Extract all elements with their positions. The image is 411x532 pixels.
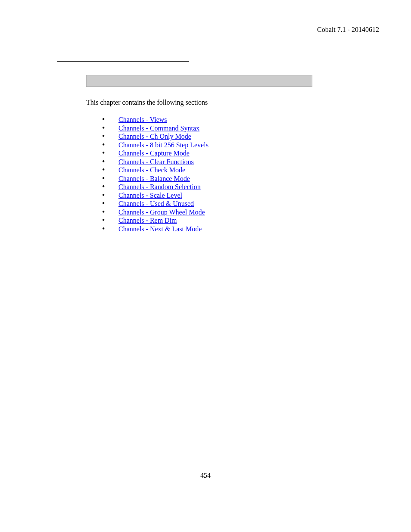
link-channels-ch-only-mode[interactable]: Channels - Ch Only Mode	[118, 133, 191, 140]
list-item: Channels - Views	[102, 115, 209, 124]
link-channels-check-mode[interactable]: Channels - Check Mode	[118, 166, 185, 174]
link-channels-random-selection[interactable]: Channels - Random Selection	[118, 183, 201, 190]
list-item: Channels - Scale Level	[102, 191, 209, 200]
intro-text: This chapter contains the following sect…	[86, 99, 208, 106]
list-item: Channels - 8 bit 256 Step Levels	[102, 141, 209, 149]
list-item: Channels - Ch Only Mode	[102, 132, 209, 141]
list-item: Channels - Check Mode	[102, 166, 209, 174]
list-item: Channels - Next & Last Mode	[102, 225, 209, 233]
link-channels-8-bit-levels[interactable]: Channels - 8 bit 256 Step Levels	[118, 141, 209, 149]
contents-list: Channels - Views Channels - Command Synt…	[102, 115, 209, 233]
link-channels-balance-mode[interactable]: Channels - Balance Mode	[118, 175, 190, 182]
list-item: Channels - Capture Mode	[102, 149, 209, 158]
list-item: Channels - Balance Mode	[102, 174, 209, 183]
link-channels-next-last-mode[interactable]: Channels - Next & Last Mode	[118, 225, 202, 233]
list-item: Channels - Used & Unused	[102, 199, 209, 208]
list-item: Channels - Random Selection	[102, 183, 209, 191]
list-item: Channels - Command Syntax	[102, 124, 209, 133]
page-number: 454	[200, 472, 211, 479]
link-channels-clear-functions[interactable]: Channels - Clear Functions	[118, 158, 194, 165]
section-title-box	[86, 75, 312, 87]
link-channels-capture-mode[interactable]: Channels - Capture Mode	[118, 149, 190, 157]
link-channels-group-wheel-mode[interactable]: Channels - Group Wheel Mode	[118, 208, 205, 216]
header-text: Cobalt 7.1 - 20140612	[317, 26, 379, 34]
section-divider	[57, 61, 189, 62]
list-item: Channels - Group Wheel Mode	[102, 208, 209, 217]
link-channels-views[interactable]: Channels - Views	[118, 116, 167, 123]
list-item: Channels - Clear Functions	[102, 158, 209, 166]
link-channels-rem-dim[interactable]: Channels - Rem Dim	[118, 217, 177, 224]
link-channels-used-unused[interactable]: Channels - Used & Unused	[118, 200, 194, 207]
link-channels-command-syntax[interactable]: Channels - Command Syntax	[118, 124, 199, 132]
list-item: Channels - Rem Dim	[102, 216, 209, 225]
link-channels-scale-level[interactable]: Channels - Scale Level	[118, 192, 182, 199]
